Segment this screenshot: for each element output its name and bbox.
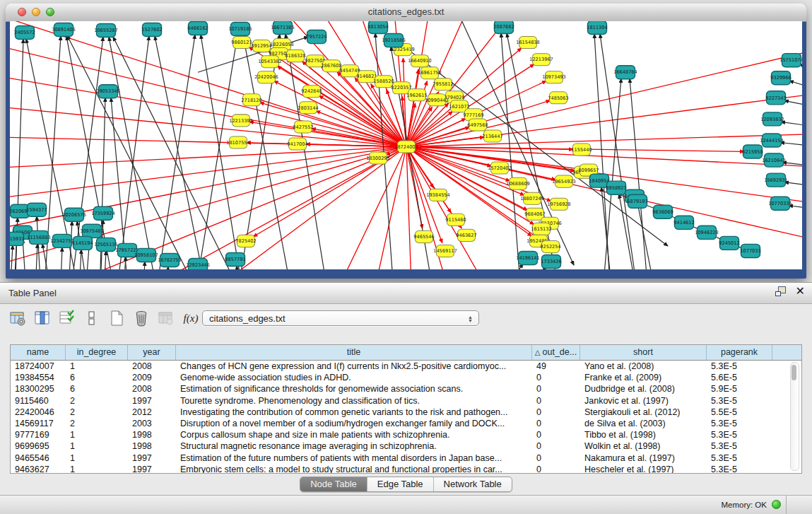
- table-row[interactable]: 1938455462009Genome-wide association stu…: [11, 372, 801, 383]
- graph-node[interactable]: 14569117: [433, 245, 457, 257]
- edge[interactable]: [152, 35, 195, 269]
- graph-node[interactable]: 15751074: [779, 54, 802, 67]
- graph-node[interactable]: 19218586: [382, 34, 406, 47]
- graph-node[interactable]: 18107554: [226, 136, 250, 148]
- graph-node[interactable]: 16154838: [516, 37, 540, 49]
- tab-network-table[interactable]: Network Table: [434, 477, 512, 491]
- graph-node[interactable]: 19384554: [426, 189, 450, 201]
- graph-node[interactable]: 9857791: [225, 252, 245, 266]
- graph-node[interactable]: 9465546: [413, 230, 434, 243]
- window-titlebar[interactable]: citations_edges.txt: [6, 4, 806, 22]
- graph-node[interactable]: 16640910: [408, 55, 432, 67]
- graph-node[interactable]: 8958923: [606, 181, 626, 194]
- edge[interactable]: [10, 245, 13, 269]
- graph-node[interactable]: 10543382: [258, 56, 282, 68]
- edge[interactable]: [201, 35, 247, 269]
- graph-node[interactable]: 12505135: [94, 238, 118, 251]
- graph-node[interactable]: 7957224: [306, 30, 326, 44]
- edge[interactable]: [784, 100, 802, 106]
- graph-node[interactable]: 9115460: [445, 214, 466, 226]
- graph-node[interactable]: 6497568: [467, 119, 488, 131]
- graph-node[interactable]: 15720407: [488, 162, 512, 174]
- graph-node[interactable]: 9463627: [456, 229, 476, 241]
- select-rows-icon[interactable]: [58, 309, 76, 327]
- edge[interactable]: [102, 251, 106, 269]
- graph-node[interactable]: 2136447: [482, 130, 502, 142]
- graph-node[interactable]: 9636069: [652, 205, 673, 218]
- graph-node[interactable]: 9860123: [231, 37, 252, 49]
- table-row[interactable]: 1830029562008Estimation of significance …: [11, 383, 801, 395]
- graph-node[interactable]: 12444154: [760, 134, 784, 147]
- scrollbar-thumb[interactable]: [792, 365, 796, 380]
- graph-node[interactable]: 18724007: [394, 141, 418, 153]
- graph-node[interactable]: 10719185: [228, 23, 252, 36]
- column-header-in_degree[interactable]: in_degree: [66, 345, 128, 360]
- edge[interactable]: [191, 35, 237, 269]
- graph-node[interactable]: 1811304: [587, 21, 607, 35]
- graph-node[interactable]: 12923446: [186, 258, 210, 269]
- column-header-out_degree[interactable]: △out_de...: [532, 345, 580, 360]
- graph-node[interactable]: 10946228: [695, 226, 719, 239]
- graph-node[interactable]: 30975487: [80, 224, 104, 238]
- graph-node[interactable]: 6466162: [187, 22, 208, 35]
- edge[interactable]: [78, 250, 81, 269]
- column-header-name[interactable]: name: [11, 345, 66, 360]
- column-header-pagerank[interactable]: pagerank: [707, 345, 772, 360]
- table-row[interactable]: 969969511998Structural magnetic resonanc…: [11, 440, 801, 452]
- graph-node[interactable]: 1594377: [26, 203, 47, 216]
- graph-node[interactable]: 8427552: [293, 121, 313, 133]
- graph-node[interactable]: 16961758: [418, 67, 442, 79]
- graph-node[interactable]: 2867608: [321, 60, 341, 72]
- graph-node[interactable]: 2405572: [14, 26, 35, 40]
- delete-table-icon[interactable]: [132, 309, 151, 327]
- edge[interactable]: [109, 37, 163, 269]
- graph-node[interactable]: 9245012: [719, 236, 739, 250]
- selected-edge[interactable]: [406, 69, 418, 146]
- graph-node[interactable]: 10655287: [94, 24, 118, 37]
- graph-node[interactable]: 9227343: [765, 91, 786, 105]
- graph-node[interactable]: 18807249: [520, 192, 544, 204]
- column-header-short[interactable]: short: [580, 345, 707, 360]
- graph-node[interactable]: 16782759: [158, 253, 182, 267]
- table-scrollbar[interactable]: [790, 362, 799, 471]
- graph-node[interactable]: 10770335: [768, 197, 792, 210]
- graph-node[interactable]: 1077033: [740, 244, 760, 257]
- graph-node[interactable]: 1527602: [141, 23, 162, 37]
- graph-node[interactable]: 16671385: [271, 21, 295, 35]
- table-settings-icon[interactable]: [8, 309, 27, 327]
- graph-node[interactable]: 19654923: [552, 175, 576, 187]
- graph-node[interactable]: 8186328: [285, 50, 305, 62]
- network-canvas[interactable]: 1872400798601238912954182260589827509105…: [10, 21, 802, 269]
- edge[interactable]: [59, 247, 62, 269]
- table-row[interactable]: 1872400712008Changes of HCN gene express…: [11, 361, 801, 372]
- graph-node[interactable]: 12213393: [229, 115, 253, 127]
- graph-node[interactable]: 1145194: [72, 236, 93, 250]
- citation-network-graph[interactable]: 1872400798601238912954182260589827509105…: [10, 21, 802, 269]
- graph-node[interactable]: 2087682: [493, 21, 514, 34]
- float-panel-icon[interactable]: [775, 286, 786, 296]
- splitter-grip[interactable]: [399, 279, 409, 282]
- graph-node[interactable]: 12093832: [760, 112, 784, 126]
- edge[interactable]: [141, 262, 145, 269]
- table-row[interactable]: 946554611997Estimation of the future num…: [11, 452, 801, 464]
- graph-node[interactable]: 18300295: [366, 152, 390, 164]
- new-table-icon[interactable]: [107, 309, 126, 327]
- graph-node[interactable]: 2803144: [298, 102, 318, 114]
- graph-node[interactable]: 17359924: [91, 206, 115, 220]
- table-row[interactable]: 1456911722003Disruption of a novel membe…: [11, 418, 801, 429]
- edge[interactable]: [630, 78, 649, 269]
- graph-node[interactable]: 19756928: [547, 198, 571, 210]
- graph-node[interactable]: 14196141: [516, 251, 540, 264]
- graph-node[interactable]: 7955812: [433, 78, 453, 90]
- select-columns-icon[interactable]: [33, 309, 52, 327]
- graph-node[interactable]: 8215958: [742, 145, 763, 158]
- graph-node[interactable]: 7825402: [235, 235, 256, 247]
- graph-node[interactable]: 1733426: [541, 255, 561, 268]
- graph-node[interactable]: 29053346: [96, 85, 120, 98]
- graph-node[interactable]: 9329966: [770, 71, 791, 85]
- graph-node[interactable]: 11156883: [27, 230, 51, 244]
- graph-node[interactable]: 9252254: [540, 240, 560, 252]
- graph-node[interactable]: 30891406: [52, 23, 76, 37]
- edge[interactable]: [34, 244, 37, 269]
- edge[interactable]: [789, 81, 802, 88]
